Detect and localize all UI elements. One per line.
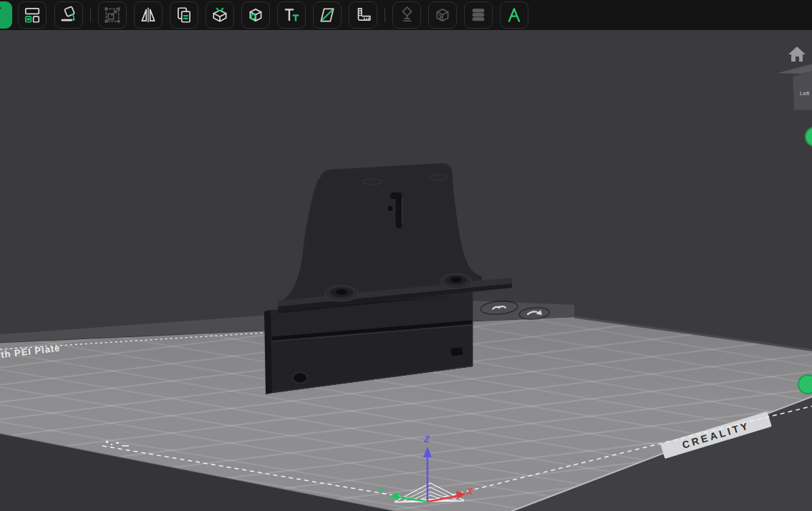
- toolbar-button-draw[interactable]: [313, 1, 342, 29]
- toolbar-button-lettering[interactable]: [500, 1, 528, 29]
- toolbar-button-drill[interactable]: [241, 1, 270, 29]
- toolbar-button-support-paint: [392, 1, 421, 29]
- right-panel-toggle-button[interactable]: [798, 375, 812, 394]
- lay-flat-icon: [59, 6, 78, 24]
- toolbar-button-lay-flat[interactable]: [54, 1, 83, 29]
- select-icon: [0, 6, 7, 24]
- model-boss: [325, 286, 358, 301]
- toolbar-button-text-tool[interactable]: [277, 1, 306, 29]
- home-button[interactable]: [788, 47, 806, 62]
- right-panel-toggle-button[interactable]: [806, 127, 812, 146]
- seam-icon: [433, 6, 452, 24]
- toolbar-button-measure[interactable]: [349, 1, 377, 29]
- axis-label-x: X: [466, 487, 473, 497]
- scale-icon: [103, 6, 122, 24]
- toolbar-button-clone[interactable]: [170, 1, 198, 29]
- top-toolbar: [0, 0, 812, 30]
- draw-icon: [318, 6, 337, 24]
- view-cube[interactable]: Left: [778, 63, 812, 110]
- view-cube-face-label: Left: [800, 90, 810, 97]
- axis-label-y: Y: [378, 486, 385, 496]
- drill-icon: [246, 6, 265, 24]
- toolbar-button-select[interactable]: [0, 1, 12, 29]
- toolbar-separator: [90, 8, 91, 22]
- layers-icon: [469, 6, 488, 24]
- toolbar-separator: [385, 8, 385, 22]
- arrange-icon: [23, 6, 42, 24]
- toolbar-button-seam-paint: [428, 1, 457, 29]
- support-icon: [397, 6, 416, 24]
- toolbar-button-auto-arrange[interactable]: [18, 1, 47, 29]
- clone-icon: [175, 6, 193, 24]
- toolbar-button-layer-preview: [464, 1, 493, 29]
- axis-label-z: Z: [423, 434, 430, 444]
- model-boss: [440, 274, 472, 289]
- toolbar-button-mirror[interactable]: [134, 1, 163, 29]
- model-hole: [293, 373, 307, 384]
- mirror-icon: [139, 6, 158, 24]
- viewport-3d[interactable]: Smooth PEI Plate: [0, 30, 812, 511]
- toolbar-button-merge[interactable]: [206, 1, 234, 29]
- toolbar-button-scale: [98, 1, 127, 29]
- lettering-icon: [505, 6, 523, 24]
- merge-icon: [211, 6, 229, 24]
- application-window: Smooth PEI Plate: [0, 0, 812, 511]
- text-icon: [282, 6, 301, 24]
- measure-icon: [354, 6, 372, 24]
